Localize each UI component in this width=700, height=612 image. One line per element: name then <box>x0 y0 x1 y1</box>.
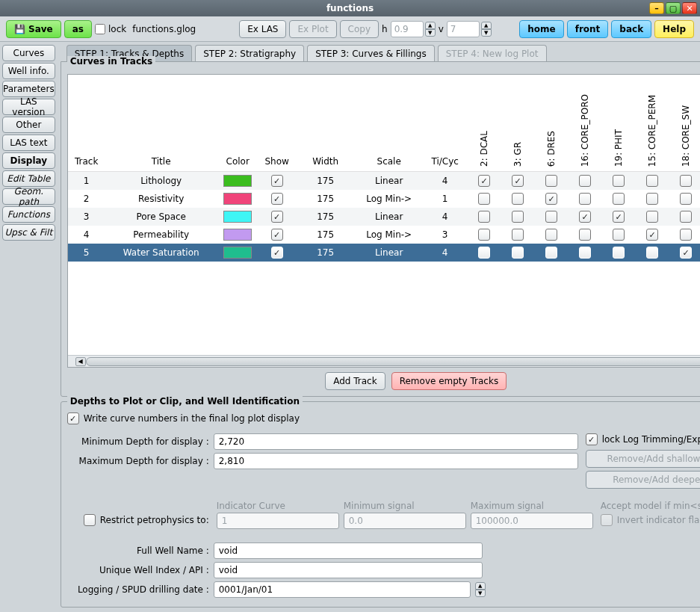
deeper-button: Remove/Add deeper depths <box>586 471 700 489</box>
cell-curve-checkbox[interactable]: ✓ <box>468 175 501 187</box>
cell-curve-checkbox[interactable] <box>669 175 700 187</box>
v-up-button[interactable]: ▲ <box>481 22 492 29</box>
h-down-button[interactable]: ▼ <box>425 29 436 37</box>
cell-color[interactable] <box>217 247 258 259</box>
table-row[interactable]: 1Lithology✓175Linear4✓✓ <box>68 172 700 190</box>
v-down-button[interactable]: ▼ <box>481 29 492 37</box>
cell-curve-checkbox[interactable] <box>569 175 602 187</box>
cell-curve-checkbox[interactable] <box>501 229 535 241</box>
spud-input[interactable] <box>214 581 471 598</box>
col-width: Width <box>296 156 356 167</box>
scroll-left-icon[interactable]: ◀ <box>75 357 86 366</box>
ex-las-button[interactable]: Ex LAS <box>239 20 286 38</box>
cell-color[interactable] <box>217 211 258 223</box>
cell-curve-checkbox[interactable] <box>569 193 602 205</box>
cell-color[interactable] <box>217 229 258 241</box>
add-track-button[interactable]: Add Track <box>325 372 385 390</box>
scroll-thumb[interactable] <box>86 357 700 366</box>
col-curve: 16: CORE_PORO <box>569 94 602 167</box>
cell-curve-checkbox[interactable] <box>468 229 501 241</box>
cell-curve-checkbox[interactable] <box>468 211 501 223</box>
max-depth-input[interactable] <box>214 453 578 469</box>
cell-curve-checkbox[interactable]: ✓ <box>636 229 669 241</box>
cell-curve-checkbox[interactable] <box>569 229 602 241</box>
cell-curve-checkbox[interactable] <box>669 211 700 223</box>
sidebar-item-geom-path[interactable]: Geom. path <box>2 188 55 205</box>
cell-show[interactable]: ✓ <box>258 175 296 187</box>
cell-track: 1 <box>68 176 105 186</box>
cell-curve-checkbox[interactable] <box>535 211 569 223</box>
v-spinner[interactable] <box>447 21 480 37</box>
minimize-button[interactable]: – <box>649 2 664 14</box>
cell-curve-checkbox[interactable] <box>636 211 669 223</box>
h-spinner[interactable] <box>391 21 424 37</box>
sidebar-item-well-info-[interactable]: Well info. <box>2 63 55 79</box>
cell-curve-checkbox[interactable]: ✓ <box>535 193 569 205</box>
cell-curve-checkbox[interactable] <box>501 211 535 223</box>
cell-curve-checkbox[interactable] <box>669 229 700 241</box>
cell-curve-checkbox[interactable] <box>602 229 636 241</box>
cell-curve-checkbox[interactable]: ✓ <box>501 175 535 187</box>
restrict-checkbox[interactable] <box>84 514 96 526</box>
cell-color[interactable] <box>217 175 258 187</box>
col-title: Title <box>105 156 217 167</box>
table-row[interactable]: 2Resistivity✓175Log Min->1✓ <box>68 190 700 208</box>
sidebar-item-functions[interactable]: Functions <box>2 206 55 223</box>
back-button[interactable]: back <box>611 20 651 38</box>
cell-curve-checkbox[interactable] <box>535 247 569 259</box>
cell-show[interactable]: ✓ <box>258 211 296 223</box>
cell-curve-checkbox[interactable] <box>535 229 569 241</box>
h-up-button[interactable]: ▲ <box>425 22 436 29</box>
sidebar-item-display[interactable]: Display <box>2 152 55 169</box>
save-as-button[interactable]: as <box>64 20 92 38</box>
table-row[interactable]: 5Water Saturation✓175Linear4✓ <box>68 244 700 262</box>
maximize-button[interactable]: ▢ <box>666 2 681 14</box>
cell-curve-checkbox[interactable] <box>468 247 501 259</box>
cell-curve-checkbox[interactable] <box>501 247 535 259</box>
close-button[interactable]: ✕ <box>682 2 697 14</box>
cell-curve-checkbox[interactable] <box>602 175 636 187</box>
h-scrollbar[interactable]: ◀ ▶ <box>68 355 700 367</box>
sidebar-item-edit-table[interactable]: Edit Table <box>2 170 55 187</box>
sidebar-item-las-text[interactable]: LAS text <box>2 135 55 151</box>
full-well-input[interactable] <box>214 543 483 559</box>
cell-curve-checkbox[interactable] <box>468 193 501 205</box>
tab-step-3-curves-fillings[interactable]: STEP 3: Curves & Fillings <box>307 45 435 61</box>
cell-curve-checkbox[interactable] <box>636 247 669 259</box>
write-numbers-checkbox[interactable]: ✓ <box>67 412 79 424</box>
cell-curve-checkbox[interactable] <box>501 193 535 205</box>
tab-step-2-stratigraphy[interactable]: STEP 2: Stratigraphy <box>195 45 304 61</box>
cell-curve-checkbox[interactable] <box>535 175 569 187</box>
save-button[interactable]: 💾Save <box>6 20 61 38</box>
sidebar-item-parameters[interactable]: Parameters <box>2 81 55 97</box>
sidebar-item-upsc-filt[interactable]: Upsc & Filt <box>2 224 55 241</box>
cell-color[interactable] <box>217 193 258 205</box>
remove-empty-tracks-button[interactable]: Remove empty Tracks <box>391 372 507 390</box>
cell-show[interactable]: ✓ <box>258 247 296 259</box>
cell-curve-checkbox[interactable] <box>602 247 636 259</box>
cell-curve-checkbox[interactable]: ✓ <box>569 211 602 223</box>
sidebar-item-curves[interactable]: Curves <box>2 45 55 61</box>
help-button[interactable]: Help <box>654 20 694 38</box>
sidebar-item-other[interactable]: Other <box>2 117 55 133</box>
table-row[interactable]: 4Permeability✓175Log Min->3✓ <box>68 226 700 244</box>
lock-trim-checkbox[interactable]: ✓ <box>586 433 598 445</box>
spud-up-button[interactable]: ▲ <box>475 582 486 590</box>
cell-curve-checkbox[interactable]: ✓ <box>669 247 700 259</box>
cell-curve-checkbox[interactable]: ✓ <box>602 211 636 223</box>
cell-curve-checkbox[interactable] <box>569 247 602 259</box>
cell-show[interactable]: ✓ <box>258 229 296 241</box>
home-button[interactable]: home <box>519 20 563 38</box>
lock-checkbox[interactable] <box>95 24 105 34</box>
table-row[interactable]: 3Pore Space✓175Linear4✓✓ <box>68 208 700 226</box>
spud-down-button[interactable]: ▼ <box>475 590 486 597</box>
cell-curve-checkbox[interactable] <box>636 193 669 205</box>
cell-show[interactable]: ✓ <box>258 193 296 205</box>
cell-curve-checkbox[interactable] <box>669 193 700 205</box>
cell-curve-checkbox[interactable] <box>602 193 636 205</box>
front-button[interactable]: front <box>567 20 609 38</box>
sidebar-item-las-version[interactable]: LAS version <box>2 99 55 115</box>
cell-curve-checkbox[interactable] <box>636 175 669 187</box>
uwi-input[interactable] <box>214 562 483 578</box>
min-depth-input[interactable] <box>214 433 578 450</box>
